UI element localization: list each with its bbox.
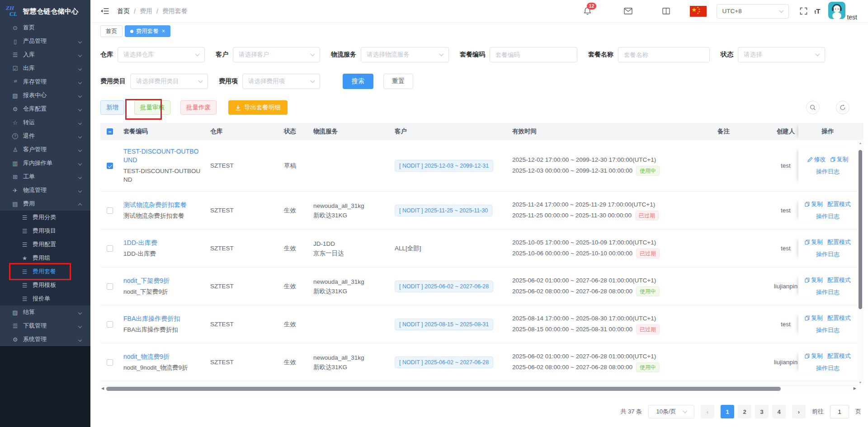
next-page-button[interactable]: › [792, 405, 806, 418]
scroll-right-arrow[interactable]: ▶ [854, 386, 856, 390]
action-config-mode[interactable]: 配置模式 [827, 238, 851, 246]
action-copy[interactable]: 复制 [805, 314, 823, 322]
sidebar-item-fee-group[interactable]: ★费用组 [0, 251, 90, 265]
customer-select[interactable]: 请选择客户 [233, 47, 320, 62]
action-config-mode[interactable]: 配置模式 [827, 200, 851, 208]
add-button[interactable]: 新增 [100, 100, 124, 115]
action-operation-log[interactable]: 操作日志 [816, 212, 840, 221]
page-button-3[interactable]: 3 [755, 405, 769, 418]
search-icon-button[interactable] [806, 101, 820, 114]
sidebar-item-home[interactable]: ⊙首页 [0, 21, 90, 34]
sidebar-item-outbound[interactable]: ☑出库 [0, 61, 90, 75]
sidebar-item-download-mgmt[interactable]: ☰下载管理 [0, 319, 90, 333]
columns-layout-icon[interactable] [662, 8, 670, 14]
sidebar-item-workorder[interactable]: ⊞工单 [0, 170, 90, 183]
row-checkbox[interactable] [107, 163, 113, 169]
scroll-down-arrow[interactable]: ▼ [857, 381, 863, 384]
sidebar-item-warehouse-config[interactable]: ⚙仓库配置 [0, 102, 90, 116]
package-code-link[interactable]: FBA出库操作费折扣 [123, 314, 202, 323]
package-code-link[interactable]: 测试物流杂费折扣套餐 [123, 201, 202, 209]
row-checkbox[interactable] [107, 207, 113, 214]
fullscreen-icon[interactable] [800, 7, 807, 15]
action-operation-log[interactable]: 操作日志 [816, 288, 840, 296]
row-checkbox[interactable] [107, 245, 113, 252]
sidebar-item-settlement[interactable]: ▨结算 [0, 305, 90, 319]
sidebar-item-system-mgmt[interactable]: ⚙系统管理 [0, 333, 90, 346]
sidebar-item-returns[interactable]: ?退件 [0, 129, 90, 143]
action-config-mode[interactable]: 配置模式 [827, 276, 851, 284]
warehouse-select[interactable]: 请选择仓库 [118, 47, 205, 62]
package-code-input[interactable] [490, 47, 577, 62]
export-package-detail-button[interactable]: 导出套餐明细 [228, 100, 288, 115]
horizontal-scrollbar[interactable]: ◀ ▶ [100, 385, 857, 391]
page-button-1[interactable]: 1 [721, 405, 734, 418]
vertical-scrollbar[interactable]: ▲ ▼ [857, 140, 863, 385]
action-copy[interactable]: 复制 [805, 238, 823, 246]
page-button-2[interactable]: 2 [738, 405, 751, 418]
fee-item-select[interactable]: 请选择费用项 [242, 74, 320, 89]
prev-page-button[interactable]: ‹ [701, 405, 714, 418]
sidebar-item-fee-item[interactable]: ☰费用项目 [0, 224, 90, 238]
package-code-link[interactable]: nodit_下架费9折 [123, 277, 202, 285]
action-config-mode[interactable]: 配置模式 [827, 352, 851, 360]
package-name-input[interactable] [618, 47, 710, 62]
fee-category-select[interactable]: 请选择费用类目 [130, 74, 208, 89]
refresh-icon-button[interactable] [836, 101, 849, 114]
action-operation-log[interactable]: 操作日志 [816, 250, 840, 258]
sidebar-item-warehouse-ops[interactable]: ▥库内操作单 [0, 156, 90, 170]
reset-button[interactable]: 重置 [383, 74, 413, 89]
timezone-select[interactable]: UTC+8 [717, 4, 789, 19]
sidebar-item-fee-template[interactable]: ☰费用模板 [0, 278, 90, 292]
breadcrumb-fee[interactable]: 费用 [140, 7, 152, 15]
action-copy[interactable]: 复制 [805, 352, 823, 360]
sidebar-item-fee-config[interactable]: ☰费用配置 [0, 238, 90, 251]
sidebar-item-fee-package[interactable]: ☰费用套餐 [0, 265, 90, 278]
action-copy[interactable]: 复制 [805, 276, 823, 284]
action-operation-log[interactable]: 操作日志 [816, 364, 840, 372]
breadcrumb-home[interactable]: 首页 [117, 7, 130, 15]
action-operation-log[interactable]: 操作日志 [816, 168, 840, 176]
app-logo[interactable]: ZH CL 智慧仓链仓储中心 [0, 0, 90, 23]
close-tab-icon[interactable]: × [162, 28, 165, 34]
select-all-checkbox[interactable] [107, 128, 113, 135]
action-edit[interactable]: 修改 [807, 155, 826, 164]
package-code-link[interactable]: TEST-DISCOUNT-OUTBOUND [123, 147, 202, 164]
sidebar-item-quotation[interactable]: ☰报价单 [0, 292, 90, 305]
collapse-sidebar-icon[interactable] [100, 8, 109, 14]
scroll-up-arrow[interactable]: ▲ [857, 141, 863, 145]
tab-home[interactable]: 首页 [100, 25, 123, 37]
sidebar-item-transfer[interactable]: ☆转运 [0, 116, 90, 129]
package-code-link[interactable]: 1DD-出库费 [123, 239, 202, 247]
tab-fee-package[interactable]: 费用套餐× [125, 25, 170, 37]
mail-icon[interactable] [624, 8, 632, 14]
sidebar-item-logistics-mgmt[interactable]: ✈物流管理 [0, 183, 90, 197]
row-checkbox[interactable] [107, 321, 113, 328]
vertical-scroll-thumb[interactable] [859, 150, 862, 309]
page-size-select[interactable]: 10条/页 [648, 405, 694, 418]
batch-audit-button[interactable]: 批量审核 [134, 100, 170, 115]
scroll-left-arrow[interactable]: ◀ [101, 386, 104, 390]
goto-page-input[interactable] [830, 405, 849, 418]
package-code-link[interactable]: nodit_物流费9折 [123, 352, 202, 361]
action-copy[interactable]: 复制 [805, 200, 823, 208]
action-config-mode[interactable]: 配置模式 [827, 314, 851, 322]
sidebar-item-customer-mgmt[interactable]: ♙客户管理 [0, 143, 90, 156]
sidebar-item-inventory[interactable]: ¹²³库存管理 [0, 75, 90, 89]
user-profile[interactable]: test [828, 2, 857, 21]
horizontal-scroll-thumb[interactable] [106, 387, 781, 391]
sidebar-item-fee-category[interactable]: ☰费用分类 [0, 211, 90, 224]
status-select[interactable]: 请选择 [738, 47, 825, 62]
row-checkbox[interactable] [107, 283, 113, 290]
china-flag-icon[interactable]: ★ ★ ★ ★ ★ [690, 6, 707, 17]
notification-bell-icon[interactable]: 12 [584, 7, 591, 15]
action-copy[interactable]: 复制 [830, 155, 849, 164]
sidebar-item-fee[interactable]: ▤费用 [0, 197, 90, 211]
sidebar-item-inbound[interactable]: ☰入库 [0, 48, 90, 61]
batch-void-button[interactable]: 批量作废 [180, 100, 217, 115]
row-checkbox[interactable] [107, 359, 113, 366]
logistics-service-select[interactable]: 请选择物流服务 [361, 47, 449, 62]
action-operation-log[interactable]: 操作日志 [816, 326, 840, 334]
search-button[interactable]: 搜索 [343, 74, 373, 89]
font-size-icon[interactable]: tT [815, 7, 821, 15]
page-button-4[interactable]: 4 [772, 405, 786, 418]
